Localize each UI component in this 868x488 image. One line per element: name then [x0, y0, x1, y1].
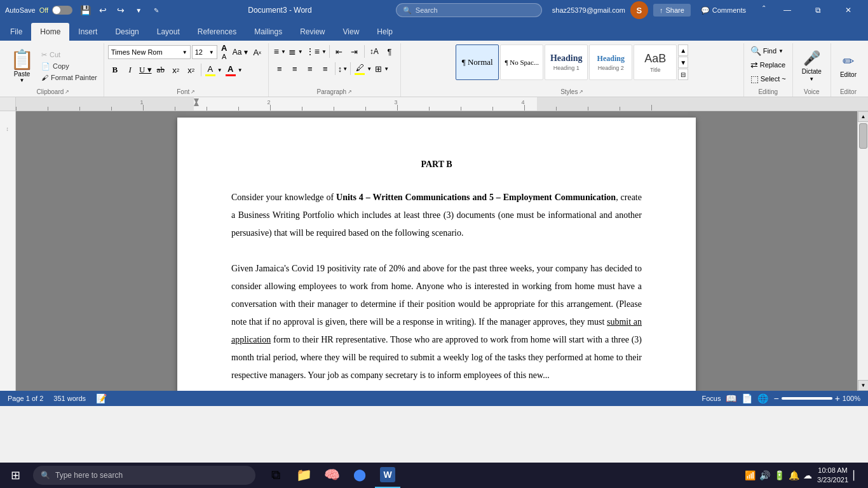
justify-button[interactable]: ≡ — [318, 62, 332, 76]
editor-button[interactable]: ✏ Editor — [835, 51, 862, 81]
taskview-button[interactable]: ⧉ — [263, 463, 288, 488]
comments-button[interactable]: 💬 Comments — [696, 4, 751, 17]
share-button[interactable]: ↑ Share — [653, 4, 691, 17]
redo-button[interactable]: ↪ — [113, 3, 128, 18]
replace-button[interactable]: ⇄ Replace — [748, 58, 788, 71]
customize-qa-button[interactable]: ✎ — [149, 3, 164, 18]
cut-button[interactable]: ✂ Cut — [39, 50, 100, 60]
align-right-button[interactable]: ≡ — [303, 62, 317, 76]
style-heading1[interactable]: Heading Heading 1 — [545, 44, 588, 80]
show-formatting-button[interactable]: ¶ — [383, 44, 397, 58]
paragraph-expand-icon[interactable]: ↗ — [348, 89, 352, 95]
more-qa-button[interactable]: ▼ — [131, 3, 146, 18]
scroll-up-button[interactable]: ▲ — [858, 111, 868, 122]
sort-button[interactable]: ↕A — [367, 44, 381, 58]
zoom-slider-track[interactable] — [782, 397, 832, 400]
tab-file[interactable]: File — [1, 23, 31, 41]
document-area[interactable]: PART B Consider your knowledge of Units … — [16, 111, 857, 391]
show-desktop-button[interactable]: ▏ — [853, 470, 860, 480]
strikethrough-button[interactable]: ab — [154, 63, 168, 77]
save-button[interactable]: 💾 — [78, 3, 93, 18]
shading-button[interactable]: 🖊 — [353, 62, 366, 76]
find-button[interactable]: 🔍 Find ▼ — [748, 44, 786, 57]
minimize-button[interactable]: — — [773, 0, 802, 20]
highlight-arrow[interactable]: ▼ — [217, 64, 223, 77]
font-color-arrow[interactable]: ▼ — [237, 64, 243, 77]
scroll-down-button[interactable]: ▼ — [858, 380, 868, 391]
font-size-increase-button[interactable]: A — [219, 44, 230, 51]
styles-scroll-down-button[interactable]: ▼ — [678, 57, 688, 68]
superscript-button[interactable]: x2 — [184, 63, 198, 77]
align-left-button[interactable]: ≡ — [273, 62, 287, 76]
style-heading2[interactable]: Heading Heading 2 — [589, 44, 632, 80]
decrease-indent-button[interactable]: ⇤ — [332, 44, 346, 58]
font-color-button[interactable]: A — [224, 64, 237, 77]
tab-help[interactable]: Help — [368, 23, 402, 41]
bullets-button[interactable]: ≡ ▼ — [273, 45, 286, 58]
style-title[interactable]: AaB Title — [634, 44, 677, 80]
tab-review[interactable]: Review — [291, 23, 334, 41]
word-app[interactable]: W — [375, 463, 400, 488]
text-highlight-button[interactable]: A — [204, 64, 217, 77]
zoom-out-button[interactable]: − — [773, 393, 778, 403]
shading-arrow[interactable]: ▼ — [366, 62, 372, 76]
scroll-track[interactable] — [858, 122, 868, 380]
font-size-decrease-button[interactable]: A — [219, 53, 230, 60]
borders-arrow[interactable]: ▼ — [383, 64, 390, 74]
numbering-button[interactable]: ≣ ▼ — [287, 45, 303, 58]
clear-formatting-button[interactable]: Ax — [250, 45, 264, 59]
styles-scroll-up-button[interactable]: ▲ — [678, 44, 688, 56]
read-mode-icon[interactable]: 📖 — [726, 393, 736, 403]
avatar[interactable]: S — [630, 1, 648, 19]
styles-expand-button[interactable]: ⊟ — [678, 69, 688, 80]
zoom-in-button[interactable]: + — [835, 393, 840, 403]
battery-icon[interactable]: 🔋 — [774, 470, 785, 480]
subscript-button[interactable]: x2 — [169, 63, 183, 77]
tab-design[interactable]: Design — [106, 23, 147, 41]
select-button[interactable]: ⬚ Select ~ — [748, 72, 789, 85]
close-button[interactable]: ✕ — [834, 0, 863, 20]
system-clock[interactable]: 10:08 AM 3/23/2021 — [817, 466, 848, 485]
ribbon-collapse-button[interactable]: ⌃ — [756, 0, 771, 15]
font-name-selector[interactable]: Times New Rom ▼ — [108, 45, 191, 59]
underline-button[interactable]: U ▾ — [139, 63, 153, 77]
proofing-icon[interactable]: 📝 — [96, 393, 107, 403]
tab-insert[interactable]: Insert — [69, 23, 106, 41]
style-no-spacing[interactable]: ¶ No Spac... — [500, 44, 543, 80]
tab-home[interactable]: Home — [31, 23, 69, 41]
italic-button[interactable]: I — [123, 63, 137, 77]
chrome-app[interactable]: ⬤ — [347, 463, 372, 488]
multilevel-list-button[interactable]: ⋮≡ ▼ — [304, 45, 327, 58]
font-expand-icon[interactable]: ↗ — [191, 89, 195, 95]
scroll-thumb[interactable] — [859, 123, 867, 149]
font-size-selector[interactable]: 12 ▼ — [192, 45, 217, 59]
document-page[interactable]: PART B Consider your knowledge of Units … — [177, 118, 696, 391]
tab-references[interactable]: References — [189, 23, 245, 41]
tab-view[interactable]: View — [334, 23, 369, 41]
styles-expand-icon[interactable]: ↗ — [579, 89, 583, 95]
restore-button[interactable]: ⧉ — [803, 0, 832, 20]
clipboard-expand-icon[interactable]: ↗ — [65, 89, 69, 95]
print-layout-icon[interactable]: 📄 — [742, 393, 752, 403]
taskbar-search[interactable]: 🔍 Type here to search — [33, 466, 255, 485]
bold-button[interactable]: B — [108, 63, 122, 77]
title-search[interactable]: 🔍 Search — [396, 3, 542, 17]
notification-icon[interactable]: 🔔 — [789, 470, 799, 480]
style-normal[interactable]: ¶ Normal — [456, 44, 499, 80]
autosave-toggle[interactable] — [52, 6, 72, 15]
copy-button[interactable]: 📄 Copy — [39, 61, 100, 72]
change-case-button[interactable]: Aa ▾ — [231, 47, 249, 57]
onedrive-icon[interactable]: ☁ — [803, 470, 812, 480]
tab-mailings[interactable]: Mailings — [245, 23, 291, 41]
dictate-button[interactable]: 🎤 Dictate ▼ — [797, 48, 827, 85]
format-painter-button[interactable]: 🖌 Format Painter — [39, 72, 100, 83]
tab-layout[interactable]: Layout — [148, 23, 189, 41]
volume-icon[interactable]: 🔊 — [759, 470, 770, 480]
undo-button[interactable]: ↩ — [95, 3, 111, 18]
web-layout-icon[interactable]: 🌐 — [757, 393, 768, 403]
files-app[interactable]: 📁 — [291, 463, 316, 488]
right-scrollbar[interactable]: ▲ ▼ — [857, 111, 868, 391]
increase-indent-button[interactable]: ⇥ — [348, 44, 362, 58]
line-spacing-button[interactable]: ↕ ▼ — [338, 64, 348, 74]
paste-button[interactable]: 📋 Paste ▼ — [6, 47, 37, 85]
